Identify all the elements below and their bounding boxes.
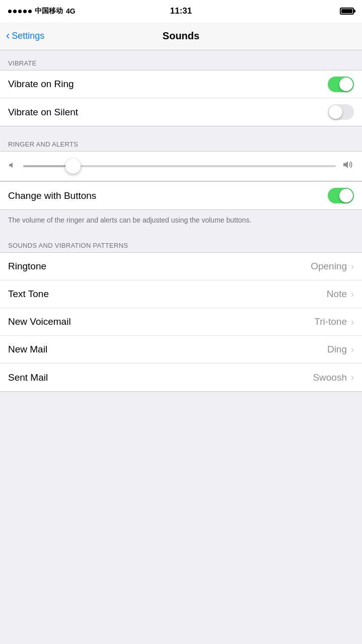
gap-1 <box>0 126 362 131</box>
vibrate-on-silent-toggle[interactable] <box>328 104 354 120</box>
status-left: 中国移动 4G <box>8 7 76 16</box>
ringtone-chevron-icon: › <box>351 261 354 272</box>
new-voicemail-value: Tri-tone <box>314 316 347 327</box>
back-chevron-icon: ‹ <box>6 30 10 41</box>
new-mail-right: Ding › <box>327 344 354 355</box>
new-voicemail-row[interactable]: New Voicemail Tri-tone › <box>0 308 362 336</box>
text-tone-chevron-icon: › <box>351 289 354 300</box>
volume-slider-thumb[interactable] <box>65 159 81 174</box>
sent-mail-value: Swoosh <box>313 372 347 383</box>
sent-mail-right: Swoosh › <box>313 372 354 383</box>
ringtone-label: Ringtone <box>8 261 46 272</box>
nav-bar: ‹ Settings Sounds <box>0 22 362 50</box>
signal-dots <box>8 10 32 13</box>
vibrate-on-ring-row[interactable]: Vibrate on Ring <box>0 70 362 98</box>
vibrate-on-silent-label: Vibrate on Silent <box>8 107 78 118</box>
svg-marker-1 <box>343 161 348 168</box>
back-label: Settings <box>12 31 44 41</box>
svg-marker-0 <box>9 162 13 168</box>
vibrate-on-silent-row[interactable]: Vibrate on Silent <box>0 98 362 126</box>
page-title: Sounds <box>163 30 199 42</box>
vibrate-on-ring-label: Vibrate on Ring <box>8 79 74 90</box>
new-mail-label: New Mail <box>8 344 47 355</box>
volume-low-icon <box>8 161 17 172</box>
new-mail-value: Ding <box>327 344 347 355</box>
signal-dot-1 <box>8 10 12 13</box>
carrier-label: 中国移动 <box>35 7 63 16</box>
back-button[interactable]: ‹ Settings <box>6 31 44 41</box>
new-voicemail-right: Tri-tone › <box>314 316 354 327</box>
ringtone-value: Opening <box>311 261 347 272</box>
new-mail-chevron-icon: › <box>351 344 354 355</box>
signal-dot-2 <box>13 10 17 13</box>
sounds-patterns-header: SOUNDS AND VIBRATION PATTERNS <box>0 233 362 252</box>
change-with-buttons-toggle[interactable] <box>328 188 354 203</box>
ringer-alerts-header: RINGER AND ALERTS <box>0 131 362 151</box>
signal-dot-5 <box>28 10 32 13</box>
status-right <box>340 8 354 15</box>
ringer-description: The volume of the ringer and alerts can … <box>0 210 362 233</box>
change-with-buttons-toggle-thumb <box>339 189 353 202</box>
text-tone-row[interactable]: Text Tone Note › <box>0 280 362 308</box>
change-with-buttons-label: Change with Buttons <box>8 190 96 201</box>
sent-mail-label: Sent Mail <box>8 372 48 383</box>
ringtone-row[interactable]: Ringtone Opening › <box>0 253 362 280</box>
network-label: 4G <box>66 7 76 15</box>
new-mail-row[interactable]: New Mail Ding › <box>0 336 362 364</box>
text-tone-right: Note › <box>327 289 354 300</box>
new-voicemail-label: New Voicemail <box>8 316 71 327</box>
volume-high-icon <box>342 159 354 174</box>
new-voicemail-chevron-icon: › <box>351 317 354 327</box>
ringtone-right: Opening › <box>311 261 354 272</box>
vibrate-table: Vibrate on Ring Vibrate on Silent <box>0 70 362 126</box>
volume-slider-track[interactable] <box>23 165 336 167</box>
sent-mail-chevron-icon: › <box>351 372 354 383</box>
battery-fill <box>341 9 352 13</box>
status-bar: 中国移动 4G 11:31 <box>0 0 362 22</box>
text-tone-value: Note <box>327 289 347 300</box>
sent-mail-row[interactable]: Sent Mail Swoosh › <box>0 364 362 391</box>
vibrate-on-ring-toggle-thumb <box>339 78 353 91</box>
vibrate-on-ring-toggle[interactable] <box>328 77 354 92</box>
vibrate-section-header: VIBRATE <box>0 50 362 70</box>
status-time: 11:31 <box>170 6 192 16</box>
signal-dot-4 <box>23 10 27 13</box>
volume-slider-row[interactable] <box>0 151 362 181</box>
change-with-buttons-table: Change with Buttons <box>0 181 362 210</box>
change-with-buttons-row[interactable]: Change with Buttons <box>0 182 362 209</box>
sounds-patterns-table: Ringtone Opening › Text Tone Note › New … <box>0 252 362 392</box>
signal-dot-3 <box>18 10 22 13</box>
vibrate-on-silent-toggle-thumb <box>329 105 342 119</box>
text-tone-label: Text Tone <box>8 289 49 300</box>
battery-icon <box>340 8 354 15</box>
